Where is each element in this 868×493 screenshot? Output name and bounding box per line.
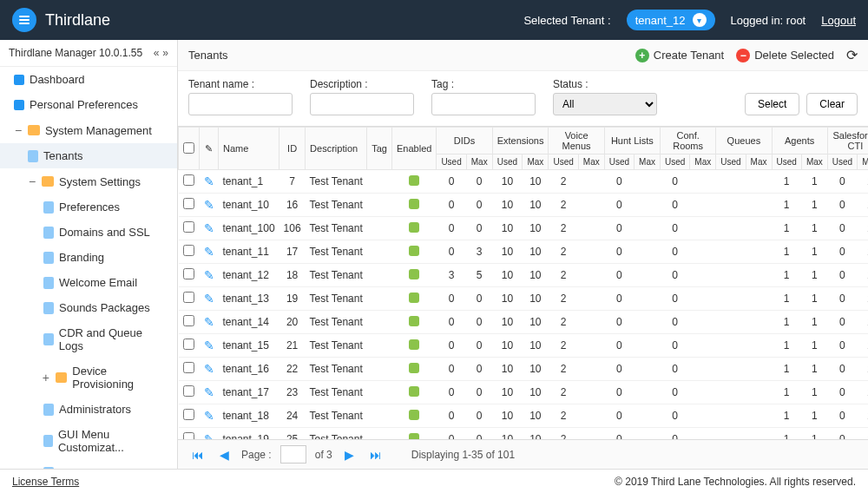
copyright: © 2019 Third Lane Technologies. All righ…: [615, 476, 856, 488]
folder-icon: [42, 176, 54, 187]
filter-name-input[interactable]: [188, 93, 293, 115]
select-all-checkbox[interactable]: [183, 142, 194, 154]
col-sf[interactable]: Salesforce CTI: [827, 128, 868, 154]
row-checkbox[interactable]: [183, 362, 194, 373]
col-agents[interactable]: Agents: [772, 128, 827, 154]
col-id[interactable]: ID: [279, 128, 306, 170]
table-row[interactable]: ✎ tenant_12 18 Test Tenant 35 1010 2 0 0…: [179, 264, 869, 287]
table-row[interactable]: ✎ tenant_19 25 Test Tenant 00 1010 2 0 0…: [179, 428, 869, 440]
edit-icon[interactable]: ✎: [204, 198, 214, 212]
row-checkbox[interactable]: [183, 174, 194, 186]
table-row[interactable]: ✎ tenant_16 22 Test Tenant 00 1010 2 0 0…: [179, 358, 869, 381]
refresh-icon[interactable]: ⟳: [846, 47, 858, 63]
nav-dashboard[interactable]: Dashboard: [0, 67, 177, 92]
page-input[interactable]: [280, 445, 306, 463]
expand-icon[interactable]: +: [42, 371, 50, 385]
table-row[interactable]: ✎ tenant_100 106 Test Tenant 00 1010 2 0…: [179, 217, 869, 240]
cell-desc: Test Tenant: [306, 287, 367, 311]
row-checkbox[interactable]: [183, 339, 194, 350]
delete-selected-button[interactable]: −Delete Selected: [736, 49, 834, 62]
next-page-button[interactable]: ▶: [341, 448, 358, 462]
last-page-button[interactable]: ⏭: [366, 448, 385, 462]
edit-icon[interactable]: ✎: [204, 409, 214, 423]
filter-status-select[interactable]: All: [553, 93, 657, 115]
col-name[interactable]: Name: [219, 128, 279, 170]
row-checkbox[interactable]: [183, 221, 194, 233]
row-checkbox[interactable]: [183, 268, 194, 279]
col-conf[interactable]: Conf. Rooms: [660, 128, 715, 154]
col-queues[interactable]: Queues: [716, 128, 772, 154]
edit-icon[interactable]: ✎: [204, 385, 214, 399]
nav-cdr-logs[interactable]: CDR and Queue Logs: [0, 320, 177, 358]
enabled-indicator-icon: [409, 433, 419, 440]
cell-id: 25: [279, 428, 306, 440]
prev-page-button[interactable]: ◀: [216, 448, 233, 462]
cell-desc: Test Tenant: [306, 170, 367, 194]
edit-icon[interactable]: ✎: [204, 315, 214, 329]
table-row[interactable]: ✎ tenant_13 19 Test Tenant 00 1010 2 0 0…: [179, 287, 869, 311]
file-icon: [43, 252, 54, 264]
table-row[interactable]: ✎ tenant_18 24 Test Tenant 00 1010 2 0 0…: [179, 404, 869, 428]
table-row[interactable]: ✎ tenant_11 17 Test Tenant 03 1010 2 0 0…: [179, 240, 869, 264]
row-checkbox[interactable]: [183, 245, 194, 256]
nav-branding[interactable]: Branding: [0, 245, 177, 270]
collapse-all-icon[interactable]: «: [154, 47, 160, 59]
expand-all-icon[interactable]: »: [162, 47, 168, 59]
edit-icon[interactable]: ✎: [204, 174, 214, 188]
edit-icon[interactable]: ✎: [204, 268, 214, 282]
first-page-button[interactable]: ⏮: [188, 448, 207, 462]
logout-link[interactable]: Logout: [821, 14, 856, 27]
row-checkbox[interactable]: [183, 292, 194, 303]
col-tag[interactable]: Tag: [367, 128, 392, 170]
col-ext[interactable]: Extensions: [492, 128, 549, 154]
edit-icon[interactable]: ✎: [204, 221, 214, 235]
logged-in-label: Logged in: root: [731, 14, 806, 27]
nav-gui-menu[interactable]: GUI Menu Customizat...: [0, 422, 177, 460]
row-checkbox[interactable]: [183, 409, 194, 420]
cell-desc: Test Tenant: [306, 334, 367, 358]
row-checkbox[interactable]: [183, 198, 194, 209]
table-row[interactable]: ✎ tenant_17 23 Test Tenant 00 1010 2 0 0…: [179, 381, 869, 404]
nav-ss-preferences[interactable]: Preferences: [0, 194, 177, 220]
cell-name: tenant_10: [219, 194, 279, 217]
nav-domains-ssl[interactable]: Domains and SSL: [0, 220, 177, 245]
col-enabled[interactable]: Enabled: [392, 128, 437, 170]
edit-icon[interactable]: ✎: [204, 339, 214, 352]
collapse-icon[interactable]: −: [28, 174, 36, 188]
nav-administrators[interactable]: Administrators: [0, 397, 177, 422]
license-terms-link[interactable]: License Terms: [12, 476, 79, 488]
edit-icon[interactable]: ✎: [204, 292, 214, 306]
nav-system-settings[interactable]: −System Settings: [0, 168, 177, 194]
nav-sounds[interactable]: Sounds Packages: [0, 295, 177, 320]
collapse-icon[interactable]: −: [14, 123, 23, 137]
nav-system-management[interactable]: −System Management: [0, 117, 177, 143]
row-checkbox[interactable]: [183, 315, 194, 326]
col-dids[interactable]: DIDs: [437, 128, 492, 154]
displaying-label: Displaying 1-35 of 101: [411, 449, 515, 461]
col-hunt[interactable]: Hunt Lists: [604, 128, 660, 154]
table-row[interactable]: ✎ tenant_1 7 Test Tenant 00 1010 2 0 0 1…: [179, 170, 869, 194]
col-vm[interactable]: Voice Menus: [549, 128, 604, 154]
col-desc[interactable]: Description: [306, 128, 367, 170]
nav-welcome-email[interactable]: Welcome Email: [0, 270, 177, 295]
filter-tag-input[interactable]: [431, 93, 536, 115]
edit-icon[interactable]: ✎: [204, 362, 214, 376]
filter-desc-input[interactable]: [310, 93, 414, 115]
nav-device-provisioning[interactable]: +Device Provisioning: [0, 358, 177, 397]
table-row[interactable]: ✎ tenant_15 21 Test Tenant 00 1010 2 0 0…: [179, 334, 869, 358]
main-content: Tenants +Create Tenant −Delete Selected …: [178, 40, 868, 469]
enabled-indicator-icon: [409, 246, 419, 256]
row-checkbox[interactable]: [183, 432, 194, 439]
create-tenant-button[interactable]: +Create Tenant: [635, 49, 724, 62]
clear-button[interactable]: Clear: [806, 93, 858, 115]
select-button[interactable]: Select: [745, 93, 799, 115]
nav-event-hooks[interactable]: Event Hooks: [0, 460, 177, 469]
edit-icon[interactable]: ✎: [204, 245, 214, 259]
edit-icon[interactable]: ✎: [204, 432, 214, 439]
table-row[interactable]: ✎ tenant_10 16 Test Tenant 00 1010 2 0 0…: [179, 194, 869, 217]
table-row[interactable]: ✎ tenant_14 20 Test Tenant 00 1010 2 0 0…: [179, 311, 869, 334]
row-checkbox[interactable]: [183, 385, 194, 397]
nav-preferences[interactable]: Personal Preferences: [0, 92, 177, 117]
tenant-selector[interactable]: tenant_12 ▾: [627, 10, 715, 30]
nav-tenants[interactable]: Tenants: [0, 143, 177, 168]
